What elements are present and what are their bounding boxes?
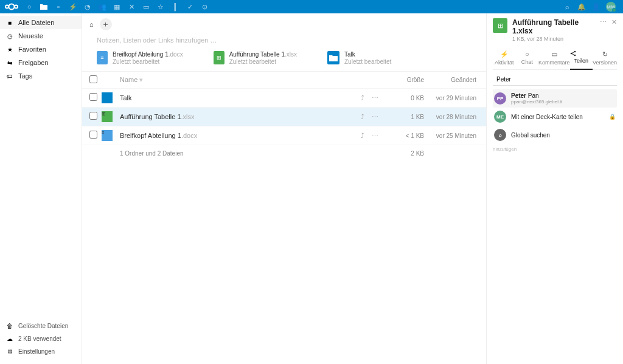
share-hint: hinzufügen	[493, 146, 617, 153]
sidebar-item-label: Alle Dateien	[18, 19, 54, 26]
activity-app-icon[interactable]: ⚡	[66, 0, 80, 13]
col-size[interactable]: Größe	[388, 77, 424, 83]
folder-icon	[327, 51, 339, 64]
file-table: Name ▾ Größe Geändert Talk ⤴⋯ 0 KB vor 2…	[82, 71, 486, 364]
share-results: PP Peter Pan ppan@next365.giebel.it ME M…	[493, 89, 617, 144]
sidebar-item-label: Favoriten	[18, 46, 46, 53]
share-result-deck[interactable]: ME Mit einer Deck-Karte teilen 🔒	[493, 108, 617, 126]
home-icon[interactable]: ⌂	[89, 21, 94, 28]
more-row-icon[interactable]: ⋯	[372, 132, 378, 140]
row-checkbox[interactable]	[89, 131, 97, 139]
deck-avatar-icon: ME	[494, 111, 506, 123]
app-icons: ○ ▫ ⚡ ◔ 👥 ▦ ✕ ▭ ☆ ║ ✓ ⊙	[22, 0, 212, 13]
sidebar-settings[interactable]: ⚙ Einstellungen	[0, 345, 82, 358]
more-row-icon[interactable]: ⋯	[372, 113, 378, 121]
trash-icon: 🗑	[6, 323, 13, 329]
details-subtitle: 1 KB, vor 28 Minuten	[512, 36, 595, 42]
share-row-icon[interactable]: ⤴	[361, 132, 364, 140]
xls-file-icon: ⊞	[102, 111, 113, 122]
nextcloud-logo-icon[interactable]	[5, 3, 22, 10]
details-filename: Aufführung Tabelle 1.xlsx	[512, 18, 595, 35]
left-sidebar: ■ Alle Dateien ◷ Neueste ★ Favoriten ⇆ F…	[0, 13, 82, 364]
talk-app-icon[interactable]: ◔	[80, 0, 95, 13]
stats-app-icon[interactable]: ║	[168, 0, 183, 13]
table-header: Name ▾ Größe Geändert	[82, 71, 486, 89]
doc-file-icon: ≡	[97, 51, 108, 64]
svg-point-1	[5, 5, 9, 9]
sidebar-item-label: Tags	[18, 72, 32, 80]
svg-point-2	[15, 5, 18, 9]
folder-icon	[102, 92, 113, 103]
deck-app-icon[interactable]: ▭	[139, 0, 153, 13]
sidebar-item-label: 2 KB verwendet	[18, 335, 61, 342]
svg-line-7	[571, 53, 575, 55]
lock-icon: 🔒	[609, 114, 616, 120]
tasks-app-icon[interactable]: ✓	[183, 0, 197, 13]
add-button[interactable]: ＋	[100, 18, 112, 30]
contacts-menu-icon[interactable]: 👤	[589, 0, 604, 13]
doc-file-icon: ≡	[102, 130, 113, 141]
user-avatar-icon: PP	[494, 92, 506, 105]
row-checkbox[interactable]	[89, 112, 97, 120]
contacts-app-icon[interactable]: 👥	[95, 0, 110, 13]
recent-item[interactable]: ≡ Breifkopf Abteilung 1.docx Zuletzt bea…	[97, 51, 183, 65]
share-result-user[interactable]: PP Peter Pan ppan@next365.giebel.it	[493, 89, 617, 108]
sidebar-deleted-files[interactable]: 🗑 Gelöschte Dateien	[0, 320, 82, 332]
cloud-icon: ☁	[6, 335, 13, 342]
tag-icon: 🏷	[6, 73, 13, 80]
photos-app-icon[interactable]: ▫	[51, 0, 66, 13]
details-sidebar: ⊞ Aufführung Tabelle 1.xlsx 1 KB, vor 28…	[486, 13, 623, 364]
clock-icon: ◷	[6, 33, 13, 39]
select-all-checkbox[interactable]	[89, 75, 97, 83]
breadcrumb: ⌂ ＋	[82, 13, 486, 35]
sidebar-item-recent[interactable]: ◷ Neueste	[0, 29, 82, 43]
tab-versions[interactable]: ↻Versionen	[593, 48, 617, 69]
xls-file-icon: ⊞	[493, 18, 507, 33]
maps-app-icon[interactable]: ⊙	[197, 0, 212, 13]
sidebar-item-label: Freigaben	[18, 59, 49, 66]
star-icon: ★	[6, 46, 13, 53]
recent-files: ≡ Breifkopf Abteilung 1.docx Zuletzt bea…	[82, 49, 486, 71]
tab-share[interactable]: Teilen	[570, 48, 593, 70]
share-icon: ⇆	[6, 60, 13, 66]
recent-item[interactable]: ⊞ Aufführung Tabelle 1.xlsx Zuletzt bear…	[214, 51, 297, 65]
share-row-icon[interactable]: ⤴	[361, 113, 364, 121]
file-content-area: ⌂ ＋ Notizen, Listen oder Links hinzufüge…	[82, 13, 486, 364]
table-row[interactable]: ≡ Breifkopf Abteilung 1.docx ⤴⋯ < 1 KB v…	[82, 126, 486, 145]
search-icon[interactable]: ⌕	[560, 0, 574, 13]
svg-point-0	[9, 4, 15, 10]
details-tabs: ⚡Aktivität ○Chat ▭Kommentare Teilen ↻Ver…	[493, 48, 617, 70]
more-icon[interactable]: ⋯	[600, 18, 607, 26]
sidebar-item-favorites[interactable]: ★ Favoriten	[0, 43, 82, 56]
share-row-icon[interactable]: ⤴	[361, 94, 364, 102]
sidebar-item-tags[interactable]: 🏷 Tags	[0, 69, 82, 83]
calendar-app-icon[interactable]: ▦	[110, 0, 124, 13]
row-checkbox[interactable]	[89, 93, 97, 101]
share-search-input[interactable]	[493, 74, 617, 86]
dashboard-app-icon[interactable]: ○	[22, 0, 37, 13]
user-avatar[interactable]: MM	[604, 0, 618, 13]
files-app-icon[interactable]	[37, 0, 51, 13]
xls-file-icon: ⊞	[214, 51, 224, 64]
star-app-icon[interactable]: ☆	[153, 0, 168, 13]
sidebar-item-label: Einstellungen	[18, 348, 55, 355]
recent-item[interactable]: Talk Zuletzt bearbeitet	[327, 51, 391, 65]
tab-activity[interactable]: ⚡Aktivität	[493, 48, 515, 69]
notes-input[interactable]: Notizen, Listen oder Links hinzufügen …	[82, 35, 486, 49]
sidebar-item-label: Neueste	[18, 32, 43, 39]
sidebar-item-label: Gelöschte Dateien	[18, 323, 68, 329]
shuffle-app-icon[interactable]: ✕	[124, 0, 139, 13]
tab-comments[interactable]: ▭Kommentare	[538, 48, 570, 69]
col-modified[interactable]: Geändert	[424, 77, 479, 83]
table-row[interactable]: ⊞ Aufführung Tabelle 1.xlsx ⤴⋯ 1 KB vor …	[82, 108, 486, 126]
col-name[interactable]: Name ▾	[120, 76, 351, 84]
table-row[interactable]: Talk ⤴⋯ 0 KB vor 29 Minuten	[82, 89, 486, 108]
sidebar-item-all-files[interactable]: ■ Alle Dateien	[0, 16, 82, 29]
notifications-icon[interactable]: 🔔	[574, 0, 589, 13]
close-icon[interactable]: ✕	[611, 18, 617, 26]
more-row-icon[interactable]: ⋯	[372, 94, 378, 102]
tab-chat[interactable]: ○Chat	[515, 48, 538, 69]
sidebar-item-shares[interactable]: ⇆ Freigaben	[0, 56, 82, 69]
share-result-global[interactable]: ⌕ Global suchen	[493, 126, 617, 144]
search-avatar-icon: ⌕	[494, 129, 506, 141]
